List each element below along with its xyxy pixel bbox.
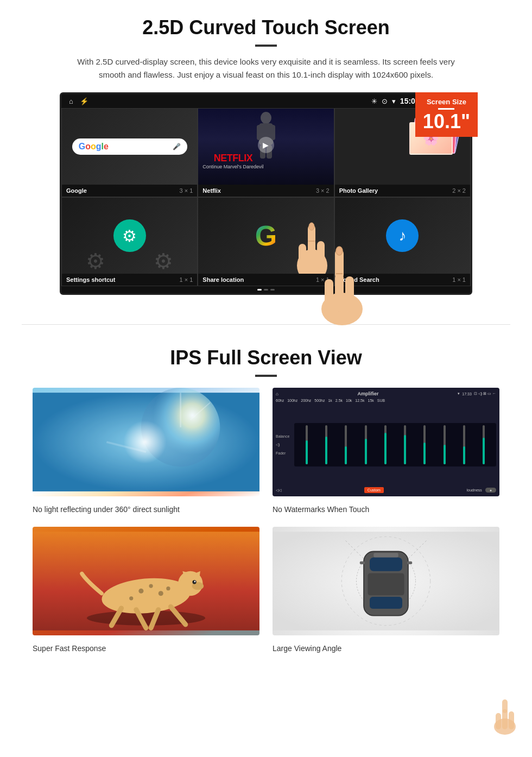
settings-thumbnail: ⚙⚙ ⚙ [62,198,197,274]
eq-slider-10 [475,425,493,464]
google-label-row: Google 3 × 1 [62,185,197,197]
google-maps-icon: G [255,219,277,252]
sound-search-thumbnail: ♪ [335,198,470,274]
app-grid-row1: Google 🎤 Google 3 × 1 [61,108,471,197]
svg-point-0 [261,112,271,124]
app-cell-settings[interactable]: ⚙⚙ ⚙ Settings shortcut 1 × 1 [61,197,198,286]
share-location-thumbnail: G [198,198,333,274]
app-cell-sound-search[interactable]: ♪ Sound Search 1 × 1 [334,197,471,286]
netflix-app-name: Netflix [202,187,221,194]
sound-search-grid-size: 1 × 1 [452,276,466,283]
eq-track-2 [325,425,327,464]
eq-track-7 [423,425,426,464]
google-app-name: Google [66,187,87,194]
netflix-thumb: ▶ NETFLIX Continue Marvel's Daredevil [198,109,333,185]
eq-track-9 [463,425,465,464]
section1-title: 2.5D Curved Touch Screen [33,16,499,39]
section1-desc: With 2.5D curved-display screen, this de… [76,55,456,81]
section2-title: IPS Full Screen View [33,346,499,369]
eq-slider-8 [435,425,453,464]
svg-rect-60 [407,562,412,564]
svg-point-12 [309,223,314,230]
svg-rect-25 [33,393,259,491]
share-thumb: G [198,198,333,274]
eq-track-3 [345,425,347,464]
title-underline [255,45,277,47]
svg-rect-7 [299,244,306,268]
mic-icon: 🎤 [173,143,181,150]
sunlight-image [33,388,259,496]
amp-header: ⌂ Amplifier ▾ 17:33 ⊡ ◁) ⊠ ▭ ← [276,391,496,396]
svg-point-39 [194,581,196,583]
eq-fill-10 [483,438,485,464]
feature-amplifier: ⌂ Amplifier ▾ 17:33 ⊡ ◁) ⊠ ▭ ← 60hz100hz… [273,388,499,514]
section-ips-screen: IPS Full Screen View [0,341,532,669]
section-curved-screen: 2.5D Curved Touch Screen With 2.5D curve… [0,0,532,308]
amp-back: ◁◁ [276,488,281,493]
eq-fill-7 [423,443,426,464]
amplifier-image: ⌂ Amplifier ▾ 17:33 ⊡ ◁) ⊠ ▭ ← 60hz100hz… [273,388,499,496]
status-bar: ⌂ ⚡ ✳ ⊙ ▾ 15:06 ⊡ ◁) ⊠ ▭ [61,94,471,108]
app-grid-row2: ⚙⚙ ⚙ Settings shortcut 1 × 1 G [61,197,471,286]
settings-app-name: Settings shortcut [66,276,115,283]
device-wrapper: Screen Size 10.1" ⌂ ⚡ ✳ ⊙ ▾ 15:06 ⊡ ◁) [60,92,472,295]
svg-rect-57 [370,597,402,609]
svg-rect-56 [368,573,404,595]
feature-cheetah: Super Fast Response [33,527,259,653]
netflix-brand: NETFLIX Continue Marvel's Daredevil [202,153,263,169]
amp-icons: ⊡ ◁) ⊠ ▭ ← [474,392,496,396]
svg-rect-58 [373,553,398,557]
amp-loudness-label: loudness [467,488,482,492]
amp-loudness: loudness ● [467,488,496,492]
sound-search-app-name: Sound Search [339,276,379,283]
eq-slider-7 [416,425,434,464]
eq-fill-6 [404,435,406,464]
eq-track-5 [384,425,387,464]
amp-speaker-icon: ◁) [276,443,292,447]
share-location-grid-size: 1 × 1 [316,276,330,283]
dot-2 [264,289,268,291]
amp-wifi: ▾ [458,392,460,396]
app-cell-share-location[interactable]: G [198,197,334,286]
location-icon: ⊙ [382,97,388,105]
share-location-app-name: Share location [202,276,244,283]
screen-size-badge: Screen Size 10.1" [415,92,478,137]
google-search-bar[interactable]: Google 🎤 [72,138,187,155]
status-left: ⌂ ⚡ [69,97,88,105]
eq-slider-1 [297,425,315,464]
netflix-grid-size: 3 × 2 [316,187,330,194]
amplifier-ui: ⌂ Amplifier ▾ 17:33 ⊡ ◁) ⊠ ▭ ← 60hz100hz… [273,388,499,496]
gallery-grid-size: 2 × 2 [452,187,466,194]
page-dots [61,286,471,293]
netflix-label-row: Netflix 3 × 2 [198,185,333,197]
eq-track-4 [365,425,367,464]
settings-thumb: ⚙⚙ ⚙ [62,198,197,274]
amp-controls: Balance ◁) Fader [276,404,496,485]
badge-label: Screen Size [423,98,470,106]
eq-track-6 [404,425,406,464]
play-button[interactable]: ▶ [258,137,274,153]
eq-slider-3 [337,425,355,464]
app-cell-google[interactable]: Google 🎤 Google 3 × 1 [61,108,198,197]
amp-toggle[interactable]: ● [485,488,496,493]
eq-fill-5 [384,433,387,464]
amp-time: 17:33 [462,392,472,396]
feature-sunlight: No light reflecting under 360° direct su… [33,388,259,514]
eq-track-8 [444,425,446,464]
amp-custom-btn[interactable]: Custom [364,487,384,493]
netflix-thumbnail: ▶ NETFLIX Continue Marvel's Daredevil [198,109,333,185]
settings-icon: ⚙ [113,219,146,252]
eq-track-1 [306,425,308,464]
svg-point-42 [159,591,163,596]
sound-thumb: ♪ [335,198,470,274]
sunlight-label: No light reflecting under 360° direct su… [33,505,259,514]
svg-rect-59 [360,562,365,564]
eq-fill-3 [345,446,347,464]
device-frame: ⌂ ⚡ ✳ ⊙ ▾ 15:06 ⊡ ◁) ⊠ ▭ [60,92,472,295]
amplifier-label: No Watermarks When Touch [273,505,499,514]
amp-title: Amplifier [358,391,379,396]
app-cell-netflix[interactable]: ▶ NETFLIX Continue Marvel's Daredevil Ne… [198,108,334,197]
eq-fill-2 [325,437,327,464]
ghost-icons: ⚙⚙ [62,249,197,274]
home-icon[interactable]: ⌂ [69,97,73,105]
